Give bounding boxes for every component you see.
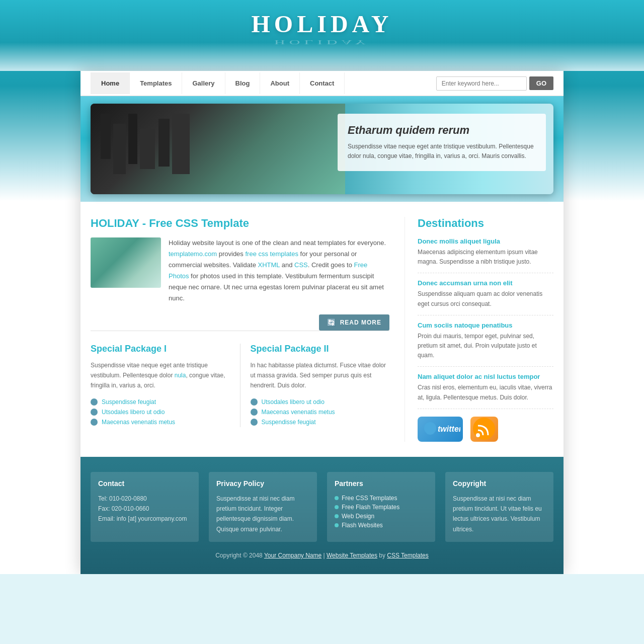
bullet-icon: [335, 505, 339, 509]
main-wrapper: Home Templates Gallery Blog About Contac…: [80, 71, 564, 574]
list-icon: [251, 419, 258, 426]
package-1-list: Suspendisse feugiat Utsodales libero ut …: [91, 397, 230, 427]
package-2-text: In hac habitasse platea dictumst. Fusce …: [251, 360, 390, 391]
footer-company-name-link[interactable]: Your Company Name: [264, 552, 321, 559]
sidebar-title: Destinations: [418, 217, 553, 230]
list-item: Utsodales libero ut odio: [251, 397, 390, 407]
package-2-list-item-1[interactable]: Utsodales libero ut odio: [262, 398, 325, 406]
list-item: Maecenas venenatis metus: [91, 417, 230, 427]
dest-text-4: Cras nisl eros, elementum eu, iaculis vi…: [418, 383, 553, 402]
banner-heading: Etharum quidem rerum: [348, 124, 536, 137]
package-1-title: Special Package I: [91, 344, 230, 354]
package-2-list-item-3[interactable]: Suspendisse feugiat: [262, 419, 316, 426]
dest-link-3[interactable]: Cum sociis natoque penatibus: [418, 321, 553, 329]
footer-cols: Contact Tel: 010-020-0880 Fax: 020-010-0…: [91, 472, 553, 542]
footer-col-copyright: Copyright Suspendisse at nisi nec diam p…: [445, 472, 553, 542]
banner-inner: Etharum quidem rerum Suspendisse vitae n…: [91, 104, 553, 194]
footer-col-partners-title: Partners: [335, 479, 428, 488]
nav-item-about[interactable]: About: [260, 72, 300, 94]
list-item: Suspendisse feugiat: [91, 397, 230, 407]
footer-col-contact: Contact Tel: 010-020-0880 Fax: 020-010-0…: [91, 472, 199, 542]
list-item: Utsodales libero ut odio: [91, 407, 230, 417]
svg-point-3: [473, 418, 495, 440]
nav-item-templates[interactable]: Templates: [130, 72, 182, 94]
dest-text-1: Maecenas adipiscing elementum ipsum vita…: [418, 248, 553, 267]
list-icon: [91, 398, 98, 406]
packages-section: Special Package I Suspendisse vitae nequ…: [91, 344, 389, 427]
footer-col-privacy-title: Privacy Policy: [216, 479, 309, 488]
footer-inner: Contact Tel: 010-020-0880 Fax: 020-010-0…: [91, 472, 553, 559]
site-title-reflection: HOLIDAY: [0, 39, 644, 46]
footer-css-templates-link[interactable]: CSS Templates: [387, 552, 428, 559]
article-image: [91, 237, 161, 288]
package-2-list-item-2[interactable]: Maecenas venenatis metus: [262, 409, 335, 416]
nav-item-blog[interactable]: Blog: [225, 72, 261, 94]
dest-item-4: Nam aliquet dolor ac nisl luctus tempor …: [418, 373, 553, 409]
css-link[interactable]: CSS: [294, 261, 308, 269]
nav-item-home[interactable]: Home: [91, 72, 130, 94]
bullet-icon: [335, 496, 339, 500]
package-1-list-item-1[interactable]: Suspendisse feugiat: [102, 398, 156, 406]
dest-link-1[interactable]: Donec mollis aliquet ligula: [418, 237, 553, 245]
banner-body: Suspendisse vitae neque eget ante tristi…: [348, 142, 536, 161]
footer-contact-email: Email: info [at] yourcompany.com: [98, 514, 191, 524]
footer-website-templates-link[interactable]: Website Templates: [327, 552, 377, 559]
dest-link-2[interactable]: Donec accumsan urna non elit: [418, 279, 553, 287]
package-1-list-item-2[interactable]: Utsodales libero ut odio: [102, 409, 165, 416]
social-icons: twitter: [418, 417, 553, 442]
free-css-link[interactable]: free css templates: [245, 250, 298, 258]
hero-section: HOLIDAY HOLIDAY: [0, 0, 644, 71]
footer-bottom: Copyright © 2048 Your Company Name | Web…: [91, 552, 553, 559]
footer-col-contact-title: Contact: [98, 479, 191, 488]
xhtml-link[interactable]: XHTML: [258, 261, 280, 269]
nav-item-contact[interactable]: Contact: [300, 72, 345, 94]
footer-copyright-label: Copyright © 2048: [215, 552, 263, 559]
footer-partner-link-3[interactable]: Web Design: [335, 512, 428, 521]
dest-link-4[interactable]: Nam aliquet dolor ac nisl luctus tempor: [418, 373, 553, 380]
article-title: HOLIDAY - Free CSS Template: [91, 217, 389, 230]
rss-icon[interactable]: [470, 417, 498, 442]
footer-partner-link-1[interactable]: Free CSS Templates: [335, 494, 428, 503]
footer-copyright-text: Suspendisse at nisi nec diam pretium tin…: [453, 494, 546, 535]
footer-partner-link-4[interactable]: Flash Websites: [335, 521, 428, 530]
content-sidebar: Destinations Donec mollis aliquet ligula…: [405, 217, 553, 442]
dest-item-3: Cum sociis natoque penatibus Proin dui m…: [418, 321, 553, 367]
footer-section: Contact Tel: 010-020-0880 Fax: 020-010-0…: [80, 457, 564, 575]
search-area: GO: [436, 76, 553, 91]
footer-privacy-text: Suspendisse at nisi nec diam pretium tin…: [216, 494, 309, 535]
package-1-link[interactable]: nula: [175, 372, 186, 379]
search-button[interactable]: GO: [529, 76, 553, 90]
list-icon: [251, 398, 258, 406]
list-item: Maecenas venenatis metus: [251, 407, 390, 417]
article-text: Holiday website layout is one of the cle…: [169, 237, 389, 304]
dest-text-2: Suspendisse aliquam quam ac dolor venena…: [418, 289, 553, 308]
list-icon: [91, 419, 98, 426]
content-inner: HOLIDAY - Free CSS Template Holiday webs…: [91, 217, 553, 442]
article-divider: [91, 331, 389, 331]
list-icon: [251, 409, 258, 416]
bullet-icon: [335, 514, 339, 518]
footer-col-partners: Partners Free CSS Templates Free Flash T…: [327, 472, 435, 542]
dest-item-1: Donec mollis aliquet ligula Maecenas adi…: [418, 237, 553, 273]
package-2-title: Special Package II: [251, 344, 390, 354]
nav-bar: Home Templates Gallery Blog About Contac…: [80, 71, 564, 96]
nav-links: Home Templates Gallery Blog About Contac…: [91, 72, 436, 94]
svg-point-4: [476, 433, 480, 437]
package-2-list: Utsodales libero ut odio Maecenas venena…: [251, 397, 390, 427]
bullet-icon: [335, 523, 339, 527]
package-1-text: Suspendisse vitae neque eget ante tristi…: [91, 360, 230, 391]
list-icon: [91, 409, 98, 416]
svg-text:twitter: twitter: [438, 425, 460, 433]
footer-partner-link-2[interactable]: Free Flash Templates: [335, 503, 428, 512]
search-input[interactable]: [436, 76, 527, 91]
footer-contact-fax: Fax: 020-010-0660: [98, 504, 191, 514]
package-col-2: Special Package II In hac habitasse plat…: [251, 344, 390, 427]
nav-item-gallery[interactable]: Gallery: [182, 72, 225, 94]
package-1-list-item-3[interactable]: Maecenas venenatis metus: [102, 419, 175, 426]
content-section: HOLIDAY - Free CSS Template Holiday webs…: [80, 202, 564, 457]
twitter-icon[interactable]: twitter: [418, 417, 463, 442]
read-more-button[interactable]: READ MORE: [319, 314, 389, 331]
dest-item-2: Donec accumsan urna non elit Suspendisse…: [418, 279, 553, 315]
footer-separator: |: [324, 552, 325, 559]
templatemo-link[interactable]: templatemo.com: [169, 250, 217, 258]
